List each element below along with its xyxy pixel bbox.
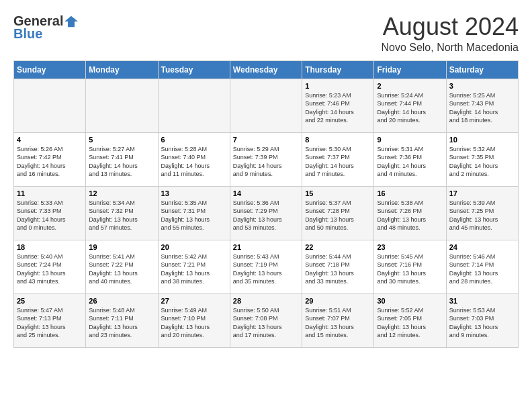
day-header-wednesday: Wednesday (230, 60, 302, 79)
calendar-cell: 3Sunrise: 5:25 AM Sunset: 7:43 PM Daylig… (446, 79, 518, 132)
day-number: 6 (161, 136, 227, 144)
calendar-cell: 31Sunrise: 5:53 AM Sunset: 7:03 PM Dayli… (446, 293, 518, 347)
day-number: 16 (377, 189, 443, 197)
day-info: Sunrise: 5:30 AM Sunset: 7:37 PM Dayligh… (305, 145, 371, 179)
day-info: Sunrise: 5:35 AM Sunset: 7:31 PM Dayligh… (161, 199, 227, 232)
day-header-friday: Friday (374, 60, 446, 79)
day-number: 24 (449, 243, 515, 251)
calendar-header-row: SundayMondayTuesdayWednesdayThursdayFrid… (14, 60, 519, 79)
calendar-cell (230, 79, 302, 132)
day-info: Sunrise: 5:46 AM Sunset: 7:14 PM Dayligh… (449, 253, 515, 286)
calendar-cell: 24Sunrise: 5:46 AM Sunset: 7:14 PM Dayli… (446, 240, 518, 293)
day-info: Sunrise: 5:31 AM Sunset: 7:36 PM Dayligh… (377, 145, 443, 179)
calendar-cell: 15Sunrise: 5:37 AM Sunset: 7:28 PM Dayli… (302, 186, 374, 240)
calendar-week-3: 11Sunrise: 5:33 AM Sunset: 7:33 PM Dayli… (14, 186, 519, 240)
day-number: 21 (233, 243, 299, 251)
calendar-cell: 26Sunrise: 5:48 AM Sunset: 7:11 PM Dayli… (86, 293, 158, 347)
calendar-cell: 9Sunrise: 5:31 AM Sunset: 7:36 PM Daylig… (374, 132, 446, 186)
calendar-cell: 17Sunrise: 5:39 AM Sunset: 7:25 PM Dayli… (446, 186, 518, 240)
day-number: 30 (377, 297, 443, 305)
day-number: 13 (161, 189, 227, 197)
day-number: 19 (89, 243, 154, 251)
calendar-cell: 4Sunrise: 5:26 AM Sunset: 7:42 PM Daylig… (14, 132, 86, 186)
location: Novo Selo, North Macedonia (381, 42, 519, 54)
day-number: 22 (305, 243, 371, 251)
calendar-cell: 23Sunrise: 5:45 AM Sunset: 7:16 PM Dayli… (374, 240, 446, 293)
day-info: Sunrise: 5:39 AM Sunset: 7:25 PM Dayligh… (449, 199, 515, 232)
calendar-cell: 18Sunrise: 5:40 AM Sunset: 7:24 PM Dayli… (14, 240, 86, 293)
calendar-cell: 28Sunrise: 5:50 AM Sunset: 7:08 PM Dayli… (230, 293, 302, 347)
day-info: Sunrise: 5:25 AM Sunset: 7:43 PM Dayligh… (449, 91, 515, 125)
day-number: 1 (305, 82, 371, 90)
calendar-cell (86, 79, 158, 132)
calendar-cell: 12Sunrise: 5:34 AM Sunset: 7:32 PM Dayli… (86, 186, 158, 240)
day-number: 15 (305, 189, 371, 197)
day-info: Sunrise: 5:27 AM Sunset: 7:41 PM Dayligh… (89, 145, 154, 179)
day-info: Sunrise: 5:53 AM Sunset: 7:03 PM Dayligh… (449, 306, 515, 340)
day-number: 9 (377, 136, 443, 144)
day-number: 18 (17, 243, 83, 251)
day-number: 4 (17, 136, 83, 144)
day-header-sunday: Sunday (14, 60, 86, 79)
logo-blue-text: Blue (13, 26, 42, 42)
day-number: 23 (377, 243, 443, 251)
day-info: Sunrise: 5:33 AM Sunset: 7:33 PM Dayligh… (17, 199, 83, 232)
day-info: Sunrise: 5:26 AM Sunset: 7:42 PM Dayligh… (17, 145, 83, 179)
calendar-cell: 19Sunrise: 5:41 AM Sunset: 7:22 PM Dayli… (86, 240, 158, 293)
day-number: 25 (17, 297, 83, 305)
day-number: 10 (449, 136, 515, 144)
calendar-cell: 13Sunrise: 5:35 AM Sunset: 7:31 PM Dayli… (158, 186, 230, 240)
day-number: 17 (449, 189, 515, 197)
day-header-tuesday: Tuesday (158, 60, 230, 79)
day-header-thursday: Thursday (302, 60, 374, 79)
day-info: Sunrise: 5:41 AM Sunset: 7:22 PM Dayligh… (89, 253, 154, 286)
day-info: Sunrise: 5:23 AM Sunset: 7:46 PM Dayligh… (305, 91, 371, 125)
calendar-cell: 20Sunrise: 5:42 AM Sunset: 7:21 PM Dayli… (158, 240, 230, 293)
calendar-cell: 7Sunrise: 5:29 AM Sunset: 7:39 PM Daylig… (230, 132, 302, 186)
day-info: Sunrise: 5:28 AM Sunset: 7:40 PM Dayligh… (161, 145, 227, 179)
day-info: Sunrise: 5:36 AM Sunset: 7:29 PM Dayligh… (233, 199, 299, 232)
day-info: Sunrise: 5:47 AM Sunset: 7:13 PM Dayligh… (17, 306, 83, 340)
day-info: Sunrise: 5:43 AM Sunset: 7:19 PM Dayligh… (233, 253, 299, 286)
day-info: Sunrise: 5:29 AM Sunset: 7:39 PM Dayligh… (233, 145, 299, 179)
day-number: 26 (89, 297, 154, 305)
calendar-week-4: 18Sunrise: 5:40 AM Sunset: 7:24 PM Dayli… (14, 240, 519, 293)
day-header-monday: Monday (86, 60, 158, 79)
day-number: 31 (449, 297, 515, 305)
day-number: 11 (17, 189, 83, 197)
day-info: Sunrise: 5:52 AM Sunset: 7:05 PM Dayligh… (377, 306, 443, 340)
calendar-cell: 5Sunrise: 5:27 AM Sunset: 7:41 PM Daylig… (86, 132, 158, 186)
day-header-saturday: Saturday (446, 60, 518, 79)
calendar-cell: 10Sunrise: 5:32 AM Sunset: 7:35 PM Dayli… (446, 132, 518, 186)
calendar-cell: 27Sunrise: 5:49 AM Sunset: 7:10 PM Dayli… (158, 293, 230, 347)
logo: General Blue (13, 13, 78, 42)
logo-icon (64, 15, 78, 28)
day-info: Sunrise: 5:37 AM Sunset: 7:28 PM Dayligh… (305, 199, 371, 232)
day-number: 27 (161, 297, 227, 305)
calendar-week-1: 1Sunrise: 5:23 AM Sunset: 7:46 PM Daylig… (14, 79, 519, 132)
day-info: Sunrise: 5:40 AM Sunset: 7:24 PM Dayligh… (17, 253, 83, 286)
calendar-cell: 2Sunrise: 5:24 AM Sunset: 7:44 PM Daylig… (374, 79, 446, 132)
calendar-cell: 21Sunrise: 5:43 AM Sunset: 7:19 PM Dayli… (230, 240, 302, 293)
calendar-cell (14, 79, 86, 132)
day-info: Sunrise: 5:49 AM Sunset: 7:10 PM Dayligh… (161, 306, 227, 340)
day-info: Sunrise: 5:32 AM Sunset: 7:35 PM Dayligh… (449, 145, 515, 179)
day-info: Sunrise: 5:48 AM Sunset: 7:11 PM Dayligh… (89, 306, 154, 340)
calendar-cell: 11Sunrise: 5:33 AM Sunset: 7:33 PM Dayli… (14, 186, 86, 240)
day-info: Sunrise: 5:24 AM Sunset: 7:44 PM Dayligh… (377, 91, 443, 125)
day-number: 29 (305, 297, 371, 305)
month-title: August 2024 (381, 13, 519, 40)
day-info: Sunrise: 5:51 AM Sunset: 7:07 PM Dayligh… (305, 306, 371, 340)
calendar-cell: 1Sunrise: 5:23 AM Sunset: 7:46 PM Daylig… (302, 79, 374, 132)
day-number: 8 (305, 136, 371, 144)
day-number: 14 (233, 189, 299, 197)
day-info: Sunrise: 5:38 AM Sunset: 7:26 PM Dayligh… (377, 199, 443, 232)
calendar-cell: 6Sunrise: 5:28 AM Sunset: 7:40 PM Daylig… (158, 132, 230, 186)
day-number: 3 (449, 82, 515, 90)
svg-marker-0 (64, 15, 78, 27)
calendar-cell: 29Sunrise: 5:51 AM Sunset: 7:07 PM Dayli… (302, 293, 374, 347)
calendar-cell: 30Sunrise: 5:52 AM Sunset: 7:05 PM Dayli… (374, 293, 446, 347)
calendar-week-2: 4Sunrise: 5:26 AM Sunset: 7:42 PM Daylig… (14, 132, 519, 186)
page-header: General Blue August 2024 Novo Selo, Nort… (13, 13, 519, 54)
day-info: Sunrise: 5:50 AM Sunset: 7:08 PM Dayligh… (233, 306, 299, 340)
